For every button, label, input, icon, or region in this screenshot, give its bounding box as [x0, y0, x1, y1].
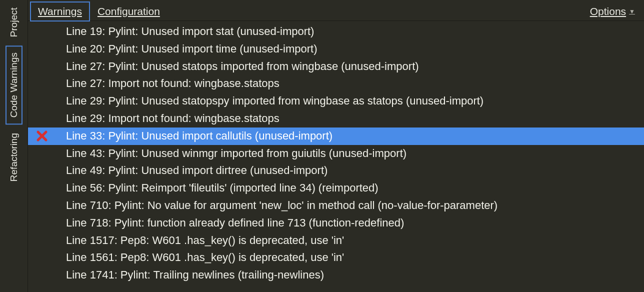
warning-text: Line 56: Pylint: Reimport 'fileutils' (i… — [66, 180, 644, 196]
warning-row[interactable]: Line 1517: Pep8: W601 .has_key() is depr… — [28, 232, 644, 250]
warning-text: Line 29: Import not found: wingbase.stat… — [66, 111, 644, 126]
options-label: Options — [590, 6, 626, 18]
warning-row[interactable]: Line 27: Pylint: Unused statops imported… — [28, 58, 644, 76]
warning-row[interactable]: Line 29: Pylint: Unused statopspy import… — [28, 92, 644, 110]
delete-icon[interactable] — [36, 130, 48, 142]
tab-configuration[interactable]: Configuration — [90, 2, 168, 21]
sidebar: Project Code Warnings Refactoring — [0, 0, 28, 292]
warning-row[interactable]: Line 20: Pylint: Unused import time (unu… — [28, 40, 644, 58]
warning-row[interactable]: Line 29: Import not found: wingbase.stat… — [28, 110, 644, 128]
warning-text: Line 29: Pylint: Unused statopspy import… — [66, 94, 644, 109]
warning-text: Line 27: Pylint: Unused statops imported… — [66, 59, 644, 74]
warning-text: Line 33: Pylint: Unused import callutils… — [66, 128, 644, 144]
warning-text: Line 1561: Pep8: W601 .has_key() is depr… — [66, 250, 644, 266]
warning-row[interactable]: Line 710: Pylint: No value for argument … — [28, 197, 644, 214]
warning-row[interactable]: Line 49: Pylint: Unused import dirtree (… — [28, 162, 644, 180]
warning-text: Line 27: Import not found: wingbase.stat… — [66, 76, 644, 92]
warning-text: Line 20: Pylint: Unused import time (unu… — [66, 42, 644, 57]
sidebar-tab-project[interactable]: Project — [6, 1, 22, 44]
sidebar-tab-code-warnings[interactable]: Code Warnings — [6, 46, 22, 124]
warning-row[interactable]: Line 43: Pylint: Unused winmgr imported … — [28, 145, 644, 162]
warning-text: Line 710: Pylint: No value for argument … — [66, 198, 644, 214]
warning-row[interactable]: Line 718: Pylint: function already defin… — [28, 214, 644, 232]
warning-row[interactable]: Line 56: Pylint: Reimport 'fileutils' (i… — [28, 180, 644, 197]
warning-row[interactable]: Line 1561: Pep8: W601 .has_key() is depr… — [28, 249, 644, 266]
warning-text: Line 718: Pylint: function already defin… — [66, 216, 644, 231]
options-dropdown[interactable]: Options ▼ — [585, 2, 640, 20]
warning-text: Line 19: Pylint: Unused import stat (unu… — [66, 24, 644, 40]
warning-text: Line 49: Pylint: Unused import dirtree (… — [66, 163, 644, 178]
warning-icon-slot — [36, 130, 66, 142]
warning-row[interactable]: Line 19: Pylint: Unused import stat (unu… — [28, 23, 644, 40]
warning-row[interactable]: Line 1741: Pylint: Trailing newlines (tr… — [28, 266, 644, 284]
warning-row[interactable]: Line 33: Pylint: Unused import callutils… — [28, 128, 644, 145]
warnings-list[interactable]: Line 19: Pylint: Unused import stat (unu… — [28, 21, 644, 292]
chevron-down-icon: ▼ — [629, 8, 635, 15]
sidebar-tab-refactoring[interactable]: Refactoring — [6, 126, 22, 188]
top-tab-bar: Warnings Configuration Options ▼ — [28, 0, 644, 21]
warning-row[interactable]: Line 27: Import not found: wingbase.stat… — [28, 75, 644, 92]
warning-text: Line 1741: Pylint: Trailing newlines (tr… — [66, 268, 644, 283]
warning-text: Line 43: Pylint: Unused winmgr imported … — [66, 146, 644, 162]
tab-warnings[interactable]: Warnings — [30, 2, 90, 22]
main-panel: Warnings Configuration Options ▼ Line 19… — [28, 0, 644, 292]
warning-text: Line 1517: Pep8: W601 .has_key() is depr… — [66, 233, 644, 248]
